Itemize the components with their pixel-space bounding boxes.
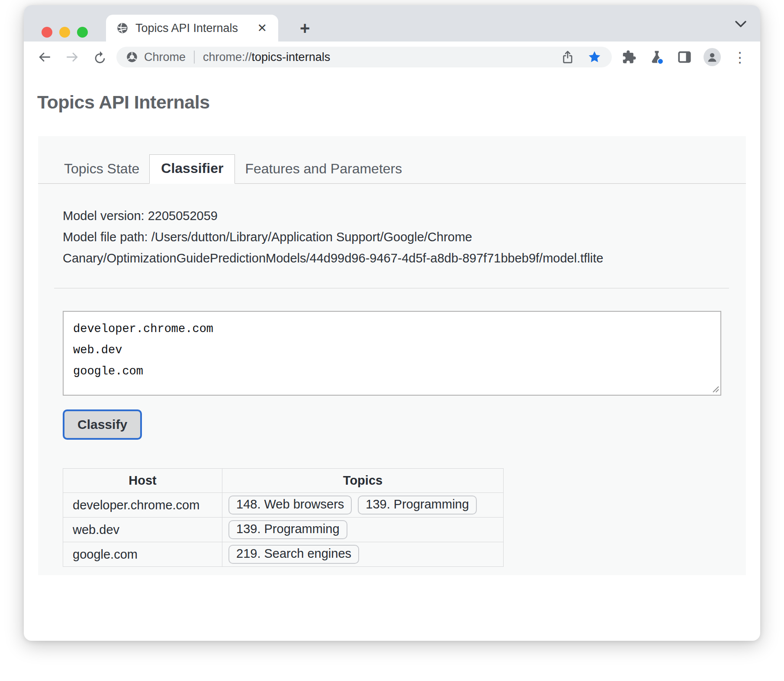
section-divider	[54, 288, 729, 288]
topics-cell: 148. Web browsers139. Programming	[222, 493, 504, 518]
topic-chip: 148. Web browsers	[228, 496, 352, 515]
table-header-row: Host Topics	[63, 469, 504, 493]
minimize-window-button[interactable]	[59, 27, 70, 38]
bookmark-star-icon[interactable]	[586, 48, 603, 66]
reload-button[interactable]	[90, 48, 109, 67]
browser-tab-strip: Topics API Internals ✕ +	[24, 5, 760, 42]
page-content: Topics API Internals Topics State Classi…	[24, 92, 760, 575]
browser-tab[interactable]: Topics API Internals ✕	[106, 15, 278, 42]
topics-column-header: Topics	[222, 469, 504, 493]
host-cell: google.com	[63, 542, 222, 567]
share-icon[interactable]	[559, 48, 576, 66]
url-scheme: chrome://	[203, 51, 252, 64]
model-info: Model version: 2205052059 Model file pat…	[63, 205, 721, 269]
forward-button[interactable]	[63, 48, 82, 67]
topics-cell: 139. Programming	[222, 518, 504, 542]
close-window-button[interactable]	[42, 27, 52, 38]
classify-button[interactable]: Classify	[63, 409, 142, 440]
overflow-menu-icon[interactable]: ⋮	[731, 48, 749, 67]
url-host: topics-internals	[252, 51, 331, 64]
model-file-path-line: Model file path: /Users/dutton/Library/A…	[63, 227, 721, 269]
toolbar-actions: ⋮	[620, 48, 749, 67]
browser-window: Topics API Internals ✕ + Chrome chrome:	[24, 5, 760, 641]
side-panel-icon[interactable]	[676, 48, 693, 67]
omnibox-separator	[194, 51, 195, 64]
model-version-line: Model version: 2205052059	[63, 205, 721, 227]
table-row: web.dev 139. Programming	[63, 518, 504, 542]
topic-chip: 219. Search engines	[228, 545, 359, 564]
topics-cell: 219. Search engines	[222, 542, 504, 567]
table-row: developer.chrome.com 148. Web browsers13…	[63, 493, 504, 518]
chrome-logo-icon	[126, 51, 138, 63]
hosts-input-wrap: developer.chrome.com web.dev google.com	[63, 311, 721, 396]
close-tab-icon[interactable]: ✕	[254, 20, 270, 36]
window-controls	[42, 27, 88, 38]
tab-topics-state[interactable]: Topics State	[54, 155, 149, 184]
url-text: chrome://topics-internals	[203, 51, 330, 64]
profile-avatar[interactable]	[704, 48, 721, 67]
internals-panel: Topics State Classifier Features and Par…	[38, 136, 746, 575]
host-cell: developer.chrome.com	[63, 493, 222, 518]
hosts-input[interactable]: developer.chrome.com web.dev google.com	[63, 311, 721, 396]
fullscreen-window-button[interactable]	[77, 27, 88, 38]
tab-title: Topics API Internals	[135, 22, 254, 35]
topic-chip: 139. Programming	[358, 496, 477, 515]
textarea-resize-handle[interactable]	[712, 385, 720, 393]
browser-toolbar: Chrome chrome://topics-internals	[24, 42, 760, 73]
experiments-beaker-icon[interactable]	[648, 48, 665, 67]
table-row: google.com 219. Search engines	[63, 542, 504, 567]
host-column-header: Host	[63, 469, 222, 493]
back-button[interactable]	[35, 48, 54, 67]
tab-classifier[interactable]: Classifier	[149, 154, 235, 184]
classification-results-table: Host Topics developer.chrome.com 148. We…	[63, 468, 504, 567]
panel-tab-bar: Topics State Classifier Features and Par…	[38, 136, 746, 184]
topic-chip: 139. Programming	[228, 520, 347, 539]
tab-search-chevron-icon[interactable]	[735, 21, 746, 28]
site-engine-label: Chrome	[144, 51, 186, 64]
extensions-puzzle-icon[interactable]	[620, 48, 638, 67]
tab-bar-underline	[38, 183, 746, 184]
host-cell: web.dev	[63, 518, 222, 542]
tab-features-and-parameters[interactable]: Features and Parameters	[235, 155, 412, 184]
page-title: Topics API Internals	[37, 92, 760, 113]
address-bar[interactable]: Chrome chrome://topics-internals	[116, 47, 612, 67]
new-tab-button[interactable]: +	[296, 16, 314, 40]
globe-favicon-icon	[116, 22, 129, 34]
